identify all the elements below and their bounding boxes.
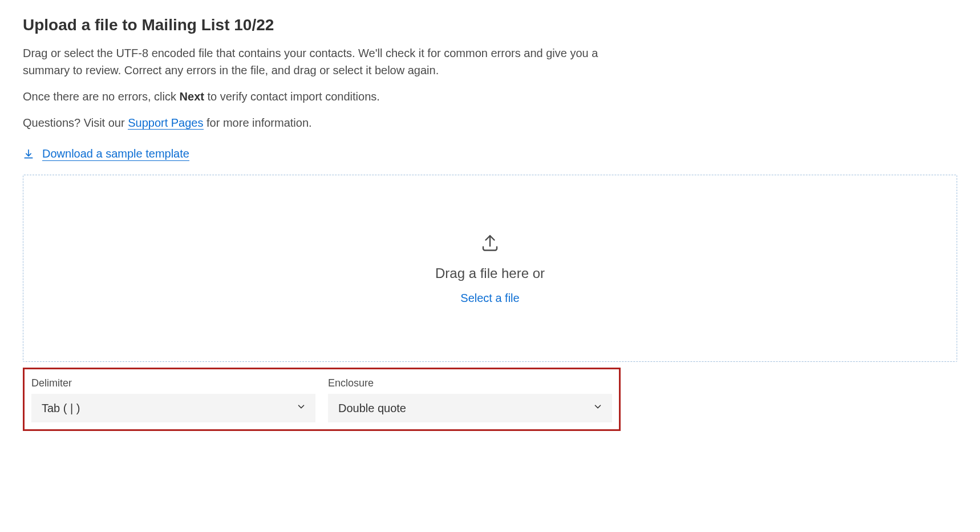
dropzone-text: Drag a file here or [435,265,545,281]
chevron-down-icon [593,402,603,415]
delimiter-value: Tab ( | ) [42,402,80,415]
download-template-link[interactable]: Download a sample template [42,147,189,161]
upload-icon [479,232,501,255]
intro-paragraph-1: Drag or select the UTF-8 encoded file th… [23,45,599,79]
delimiter-field: Delimiter Tab ( | ) [31,377,315,422]
download-icon [23,148,34,160]
enclosure-value: Double quote [338,402,406,415]
select-file-link[interactable]: Select a file [460,292,519,305]
support-pages-link[interactable]: Support Pages [128,116,203,130]
delimiter-label: Delimiter [31,377,315,389]
intro-paragraph-2: Once there are no errors, click Next to … [23,88,599,105]
intro-p3-post: for more information. [204,116,312,129]
intro-p2-bold: Next [180,90,204,103]
enclosure-select[interactable]: Double quote [328,394,612,422]
enclosure-field: Enclosure Double quote [328,377,612,422]
enclosure-label: Enclosure [328,377,612,389]
delimiter-select[interactable]: Tab ( | ) [31,394,315,422]
chevron-down-icon [296,402,306,415]
options-highlight-box: Delimiter Tab ( | ) Enclosure Double quo… [23,368,621,431]
intro-paragraph-3: Questions? Visit our Support Pages for m… [23,114,599,131]
intro-p2-post: to verify contact import conditions. [204,90,380,103]
download-template-row: Download a sample template [23,147,957,161]
page-title: Upload a file to Mailing List 10/22 [23,16,957,34]
intro-p3-pre: Questions? Visit our [23,116,128,129]
file-dropzone[interactable]: Drag a file here or Select a file [23,175,957,362]
intro-p2-pre: Once there are no errors, click [23,90,180,103]
